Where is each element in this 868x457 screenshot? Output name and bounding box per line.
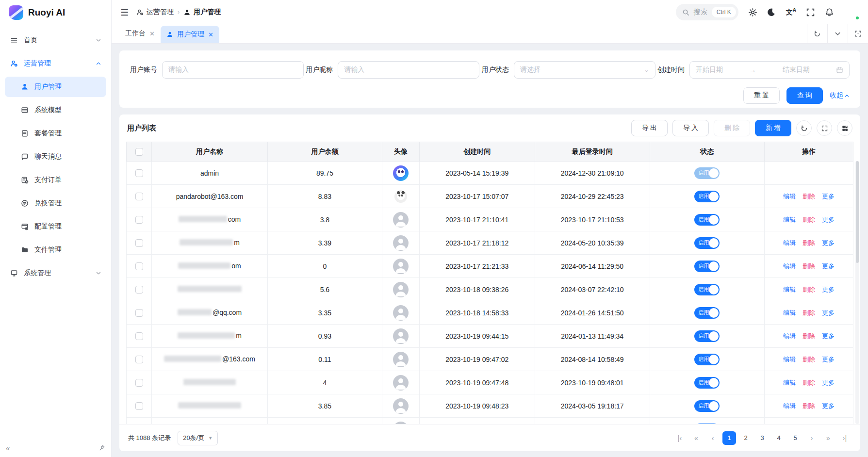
vertical-scrollbar[interactable] [855, 161, 859, 424]
table-fullscreen-icon[interactable] [817, 120, 832, 136]
status-toggle[interactable]: 启用 [694, 377, 720, 389]
row-checkbox[interactable] [135, 309, 143, 317]
more-link[interactable]: 更多 [822, 332, 835, 340]
notifications-bell-icon[interactable] [825, 8, 834, 17]
status-toggle[interactable]: 启用 [694, 261, 720, 272]
delete-link[interactable]: 删除 [802, 402, 815, 409]
close-icon[interactable]: ✕ [149, 30, 155, 37]
refresh-icon[interactable] [807, 24, 827, 43]
content-fullscreen-icon[interactable] [848, 24, 868, 43]
delete-link[interactable]: 删除 [802, 262, 815, 270]
breadcrumb-operations[interactable]: 运营管理 [136, 8, 174, 16]
fullscreen-icon[interactable] [806, 8, 815, 17]
collapse-filter-button[interactable]: 收起 [830, 91, 850, 100]
sidebar-section-operations[interactable]: 运营管理 [5, 53, 106, 74]
sidebar-item-exchange[interactable]: 兑换管理 [5, 193, 106, 213]
edit-link[interactable]: 编辑 [783, 332, 796, 340]
edit-link[interactable]: 编辑 [783, 356, 796, 363]
status-toggle[interactable]: 启用 [694, 330, 720, 342]
page-button-1[interactable]: 1 [722, 431, 736, 445]
row-checkbox[interactable] [135, 332, 143, 340]
row-checkbox[interactable] [135, 286, 143, 294]
sidebar-section-home[interactable]: 首页 [5, 30, 106, 50]
column-settings-icon[interactable] [837, 120, 852, 136]
user-status-select[interactable]: 请选择 ⌄ [514, 61, 655, 79]
delete-link[interactable]: 删除 [802, 379, 815, 386]
pin-icon[interactable] [98, 444, 105, 451]
row-checkbox[interactable] [135, 379, 143, 387]
dark-mode-moon-icon[interactable] [767, 8, 776, 17]
delete-link[interactable]: 删除 [802, 356, 815, 363]
select-all-checkbox[interactable] [135, 148, 143, 156]
sidebar-item-package[interactable]: 套餐管理 [5, 123, 106, 144]
collapse-sidebar-button[interactable]: « [6, 444, 10, 452]
more-link[interactable]: 更多 [822, 379, 835, 386]
breadcrumb-user-management[interactable]: 用户管理 [183, 8, 221, 16]
status-toggle[interactable]: 启用 [694, 424, 720, 424]
first-page-button[interactable]: |‹ [673, 431, 687, 445]
delete-button[interactable]: 删除 [714, 120, 750, 136]
status-toggle[interactable]: 启用 [694, 354, 720, 365]
delete-link[interactable]: 删除 [802, 332, 815, 340]
edit-link[interactable]: 编辑 [783, 262, 796, 270]
row-checkbox[interactable] [135, 402, 143, 410]
add-button[interactable]: 新增 [755, 120, 791, 136]
more-link[interactable]: 更多 [822, 286, 835, 293]
delete-link[interactable]: 删除 [802, 239, 815, 246]
row-checkbox[interactable] [135, 193, 143, 200]
more-link[interactable]: 更多 [822, 356, 835, 363]
chevron-down-icon[interactable] [827, 24, 848, 43]
delete-link[interactable]: 删除 [802, 286, 815, 293]
status-toggle[interactable]: 启用 [694, 214, 720, 226]
sidebar-item-order[interactable]: 支付订单 [5, 170, 106, 190]
sidebar-item-config[interactable]: 配置管理 [5, 216, 106, 237]
page-size-select[interactable]: 20条/页 ▼ [178, 431, 218, 445]
more-link[interactable]: 更多 [822, 402, 835, 409]
prev-5-pages-button[interactable]: « [689, 431, 703, 445]
settings-gear-icon[interactable] [748, 8, 757, 17]
global-search[interactable]: 搜索 Ctrl K [676, 4, 738, 20]
user-account-input[interactable]: 请输入 [162, 61, 304, 79]
row-checkbox[interactable] [135, 356, 143, 363]
next-page-button[interactable]: › [805, 431, 819, 445]
status-toggle[interactable]: 启用 [694, 237, 720, 249]
date-range-picker[interactable]: 开始日期 → 结束日期 [689, 61, 850, 79]
tab-workbench[interactable]: 工作台 ✕ [119, 24, 161, 43]
sidebar-item-user[interactable]: 用户管理 [5, 77, 106, 97]
next-5-pages-button[interactable]: » [821, 431, 835, 445]
export-button[interactable]: 导出 [631, 120, 668, 136]
edit-link[interactable]: 编辑 [783, 239, 796, 246]
last-page-button[interactable]: ›| [838, 431, 852, 445]
user-nickname-input[interactable]: 请输入 [338, 61, 479, 79]
edit-link[interactable]: 编辑 [783, 309, 796, 316]
scrollbar-thumb[interactable] [856, 161, 859, 263]
prev-page-button[interactable]: ‹ [706, 431, 720, 445]
close-icon[interactable]: ✕ [208, 31, 213, 38]
edit-link[interactable]: 编辑 [783, 402, 796, 409]
user-avatar[interactable] [844, 4, 859, 20]
delete-link[interactable]: 删除 [802, 309, 815, 316]
row-checkbox[interactable] [135, 169, 143, 177]
status-toggle[interactable]: 启用 [694, 167, 720, 179]
edit-link[interactable]: 编辑 [783, 216, 796, 223]
edit-link[interactable]: 编辑 [783, 286, 796, 293]
edit-link[interactable]: 编辑 [783, 379, 796, 386]
status-toggle[interactable]: 启用 [694, 307, 720, 319]
sidebar-item-folder[interactable]: 文件管理 [5, 240, 106, 260]
row-checkbox[interactable] [135, 239, 143, 247]
row-checkbox[interactable] [135, 262, 143, 270]
search-button[interactable]: 查询 [786, 87, 823, 104]
sidebar-section-system[interactable]: 系统管理 [5, 263, 106, 283]
brand-logo[interactable]: Ruoyi AI [0, 0, 111, 25]
delete-link[interactable]: 删除 [802, 193, 815, 200]
more-link[interactable]: 更多 [822, 262, 835, 270]
refresh-icon[interactable] [796, 120, 812, 136]
page-button-4[interactable]: 4 [772, 431, 786, 445]
sidebar-item-chat[interactable]: 聊天消息 [5, 147, 106, 167]
more-link[interactable]: 更多 [822, 193, 835, 200]
edit-link[interactable]: 编辑 [783, 193, 796, 200]
sidebar-item-model[interactable]: 系统模型 [5, 100, 106, 120]
status-toggle[interactable]: 启用 [694, 191, 720, 202]
row-checkbox[interactable] [135, 216, 143, 224]
status-toggle[interactable]: 启用 [694, 284, 720, 295]
